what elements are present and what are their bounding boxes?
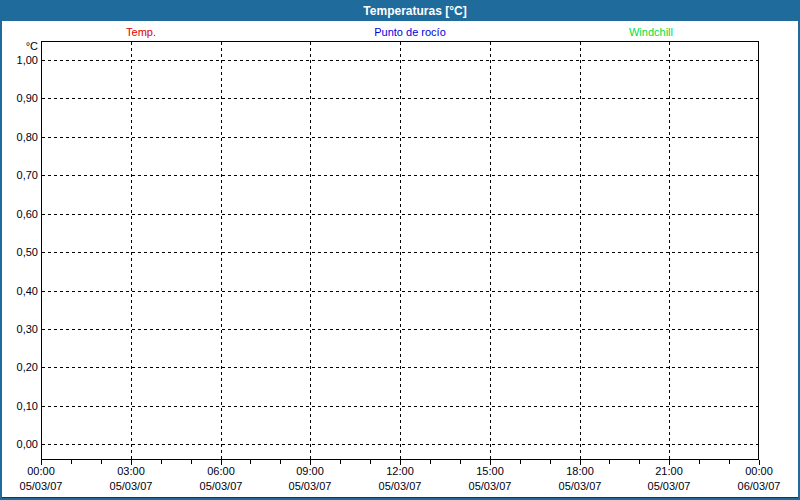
- x-tick-date-label: 05/03/07: [274, 480, 346, 493]
- x-tick-time-label: 00:00: [5, 465, 77, 478]
- y-tick-label: 0,60: [0, 208, 38, 221]
- y-tick-label: 0,00: [0, 438, 38, 451]
- y-tick-label: 0,90: [0, 92, 38, 105]
- app-window: Temperaturas [°C] Temp. Punto de rocío W…: [0, 0, 800, 500]
- x-tick-date-label: 05/03/07: [185, 480, 257, 493]
- y-tick-label: 0,80: [0, 131, 38, 144]
- chart-plot-area: [0, 0, 800, 500]
- x-tick-date-label: 05/03/07: [633, 480, 705, 493]
- x-tick-date-label: 05/03/07: [364, 480, 436, 493]
- y-tick-label: 0,10: [0, 400, 38, 413]
- x-tick-time-label: 09:00: [274, 465, 346, 478]
- y-tick-label: 1,00: [0, 54, 38, 67]
- x-tick-time-label: 03:00: [95, 465, 167, 478]
- x-tick-time-label: 15:00: [454, 465, 526, 478]
- x-tick-time-label: 21:00: [633, 465, 705, 478]
- x-tick-time-label: 18:00: [544, 465, 616, 478]
- y-tick-label: 0,40: [0, 285, 38, 298]
- y-tick-label: 0,30: [0, 323, 38, 336]
- x-tick-time-label: 06:00: [185, 465, 257, 478]
- x-tick-date-label: 05/03/07: [95, 480, 167, 493]
- y-tick-label: 0,50: [0, 246, 38, 259]
- x-tick-date-label: 05/03/07: [5, 480, 77, 493]
- x-tick-date-label: 06/03/07: [723, 480, 795, 493]
- x-tick-date-label: 05/03/07: [454, 480, 526, 493]
- y-tick-label: 0,70: [0, 169, 38, 182]
- y-tick-label: 0,20: [0, 361, 38, 374]
- x-tick-date-label: 05/03/07: [544, 480, 616, 493]
- x-tick-time-label: 12:00: [364, 465, 436, 478]
- x-tick-time-label: 00:00: [723, 465, 795, 478]
